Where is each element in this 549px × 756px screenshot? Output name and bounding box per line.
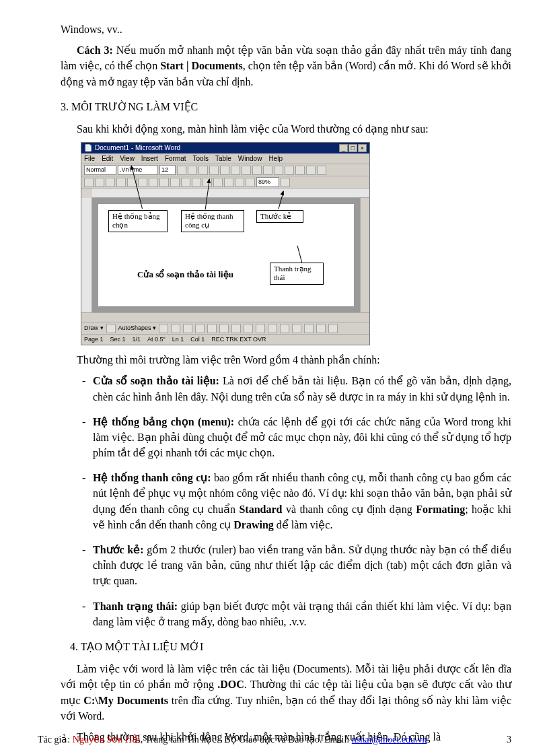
3d-icon — [328, 324, 338, 333]
section4-title: 4. TẠO MỘT TÀI LIỆU MỚI — [70, 639, 511, 654]
titlebar: 📄 Document1 - Microsoft Word _ □ × — [81, 143, 369, 153]
indent-dec-icon — [274, 166, 283, 175]
minimize-icon: _ — [339, 144, 348, 152]
page-number: 3 — [503, 733, 511, 747]
bold-icon — [177, 166, 186, 175]
cach3-para: Cách 3: Nếu muốn mở nhanh một tệp văn bả… — [61, 42, 511, 90]
spell-icon — [138, 178, 147, 187]
drawing-toolbar: Draw ▾ AutoShapes ▾ — [81, 322, 369, 334]
standard-toolbar: 89% — [81, 176, 369, 188]
intro-line-1: Windows, vv.. — [61, 22, 511, 37]
dashstyle-icon — [292, 324, 301, 333]
list-item: Hệ thống bảng chọn (menu): chứa các lệnh… — [93, 414, 511, 461]
close-icon: × — [358, 144, 367, 152]
format-toolbar: Normal .VnTime 12 — [81, 164, 369, 176]
wordart-icon — [219, 324, 229, 333]
font-color-icon — [317, 166, 326, 175]
arrow-draw-icon — [171, 324, 180, 333]
table-icon — [213, 178, 223, 187]
fontcolor2-icon — [268, 324, 277, 333]
sec3-intro: Sau khi khởi động xong, màn hình làm việ… — [61, 121, 511, 137]
doc-caption: Cửa sổ soạn thảo tài liệu — [137, 269, 233, 281]
footer-email-link[interactable]: nshai@moet.edu.vn — [352, 734, 427, 745]
callout-menu: Hệ thống bảng chọn — [108, 210, 168, 232]
list-item: Cửa sổ soạn thảo tài liệu: Là nơi để chế… — [93, 373, 511, 404]
horizontal-ruler — [92, 188, 369, 198]
list-item: Hệ thống thanh công cụ: bao gồm rất nhiề… — [93, 470, 511, 532]
align-left-icon — [209, 166, 219, 175]
list-item: Thanh trạng thái: giúp bạn biết được một… — [93, 598, 511, 629]
section3-title: 3. MÔI TRƯỜNG LÀM VIỆC — [61, 99, 511, 114]
zoom-dropdown: 89% — [256, 177, 279, 187]
oval-icon — [195, 324, 205, 333]
redo-icon — [192, 178, 201, 187]
page-footer: Tác giả: Nguyễn Sơn Hải, Trung tâm Tin h… — [0, 728, 549, 756]
horizontal-scrollbar — [81, 312, 369, 322]
paste-icon — [170, 178, 180, 187]
textbox-icon — [207, 324, 217, 333]
sec4-p1: Làm việc với word là làm việc trên các t… — [61, 661, 511, 724]
word-screenshot: 📄 Document1 - Microsoft Word _ □ × File … — [81, 142, 511, 345]
align-right-icon — [231, 166, 240, 175]
cut-icon — [149, 178, 158, 187]
size-dropdown: 12 — [159, 165, 176, 175]
underline-icon — [198, 166, 208, 175]
align-center-icon — [220, 166, 229, 175]
new-icon — [84, 178, 94, 187]
print-icon — [116, 178, 126, 187]
select-icon — [106, 324, 116, 333]
linestyle-icon — [280, 324, 289, 333]
sec3-after-shot: Thường thì môi trường làm việc trên Word… — [61, 352, 511, 368]
copy-icon — [159, 178, 169, 187]
indent-inc-icon — [285, 166, 294, 175]
vertical-ruler — [81, 198, 92, 312]
status-bar: Page 1 Sec 1 1/1 At 0.5" Ln 1 Col 1 REC … — [81, 334, 369, 345]
clipart-icon — [231, 324, 241, 333]
window-title: Document1 - Microsoft Word — [95, 143, 339, 153]
vertical-scrollbar — [360, 198, 369, 312]
undo-icon — [181, 178, 190, 187]
save-icon — [106, 178, 115, 187]
maximize-icon: □ — [349, 144, 357, 152]
excel-icon — [224, 178, 233, 187]
shadow-icon — [316, 324, 326, 333]
line-icon — [159, 324, 168, 333]
word-icon: 📄 — [84, 143, 92, 153]
drawing-icon — [246, 178, 255, 187]
help-icon — [281, 178, 290, 187]
columns-icon — [235, 178, 244, 187]
arrowstyle-icon — [304, 324, 314, 333]
callout-status: Thanh trạng thái — [270, 263, 324, 284]
linecolor-icon — [256, 324, 265, 333]
open-icon — [95, 178, 104, 187]
numbering-icon — [263, 166, 272, 175]
callout-toolbar: Hệ thống thanh công cụ — [181, 210, 244, 232]
font-dropdown: .VnTime — [118, 165, 158, 175]
menu-bar: File Edit View Insert Format Tools Table… — [81, 153, 369, 164]
fill-icon — [244, 324, 253, 333]
align-justify-icon — [242, 166, 251, 175]
bullets-icon — [252, 166, 262, 175]
callout-ruler: Thước kẻ — [256, 210, 303, 223]
italic-icon — [188, 166, 197, 175]
style-dropdown: Normal — [84, 165, 116, 175]
rect-icon — [183, 324, 192, 333]
border-icon — [295, 166, 305, 175]
highlight-icon — [306, 166, 316, 175]
list-item: Thước kẻ: gồm 2 thước (ruler) bao viền t… — [93, 542, 511, 589]
